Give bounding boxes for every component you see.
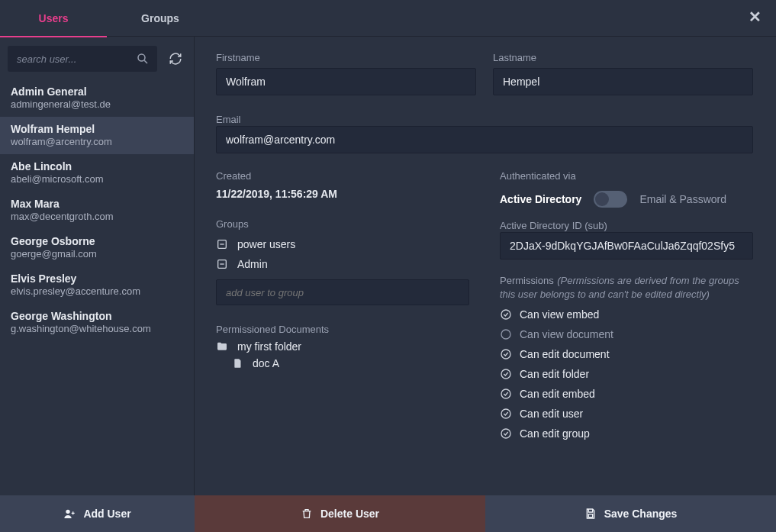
user-detail-panel: Firstname Lastname Email Created 11/22/2… (195, 37, 776, 495)
group-name: power users (237, 238, 295, 250)
permissions-label: Permissions (500, 275, 554, 286)
permission-label: Can view document (520, 328, 613, 340)
save-icon (584, 508, 597, 520)
circle-icon (500, 328, 512, 340)
add-user-icon (63, 508, 76, 520)
permission-item: Can edit document (500, 348, 753, 360)
auth-option-ad[interactable]: Active Directory (500, 193, 581, 205)
svg-line-1 (144, 60, 147, 63)
user-list-item[interactable]: Admin General admingeneral@test.de (0, 79, 194, 117)
tab-groups[interactable]: Groups (107, 0, 214, 37)
close-icon[interactable]: ✕ (745, 8, 764, 26)
user-name: Elvis Presley (11, 272, 183, 285)
user-email: elvis.presley@accenture.com (11, 285, 183, 297)
adid-label: Active Directory ID (sub) (500, 220, 607, 231)
svg-point-0 (138, 54, 145, 61)
user-name: George Osborne (11, 235, 183, 247)
user-email: wolfram@arcentry.com (11, 136, 183, 147)
search-icon (136, 52, 150, 66)
svg-rect-14 (588, 514, 592, 517)
permdoc-folder[interactable]: my first folder (216, 340, 469, 353)
user-name: Abe Lincoln (11, 160, 183, 172)
add-user-button[interactable]: Add User (0, 495, 195, 532)
user-list: Admin General admingeneral@test.de Wolfr… (0, 79, 194, 495)
svg-point-9 (501, 369, 510, 379)
user-list-item[interactable]: Wolfram Hempel wolfram@arcentry.com (0, 117, 194, 154)
svg-point-11 (501, 409, 510, 418)
permission-item: Can edit folder (500, 368, 753, 380)
folder-icon (216, 340, 228, 353)
permission-label: Can edit embed (520, 388, 595, 400)
check-circle-icon (500, 408, 512, 420)
user-list-item[interactable]: George Osborne goerge@gmail.com (0, 229, 194, 266)
check-circle-icon (500, 427, 512, 440)
delete-user-button[interactable]: Delete User (195, 495, 485, 532)
user-list-item[interactable]: Max Mara max@decentgroth.com (0, 192, 194, 229)
user-list-item[interactable]: Elvis Presley elvis.presley@accenture.co… (0, 266, 194, 304)
remove-icon (216, 258, 228, 270)
permission-item: Can view document (500, 328, 753, 340)
search-wrapper (8, 46, 157, 72)
group-entry[interactable]: power users (216, 238, 469, 250)
user-list-item[interactable]: Abe Lincoln abeli@microsoft.com (0, 154, 194, 192)
created-value: 11/22/2019, 11:56:29 AM (216, 188, 469, 200)
user-email: g.washington@whitehouse.com (11, 323, 183, 334)
permission-item: Can view embed (500, 308, 753, 321)
auth-toggle[interactable] (594, 191, 627, 208)
svg-point-12 (501, 429, 510, 438)
save-changes-button[interactable]: Save Changes (485, 495, 776, 532)
delete-user-label: Delete User (320, 508, 379, 520)
search-input[interactable] (8, 46, 157, 72)
user-list-item[interactable]: George Washington g.washington@whitehous… (0, 304, 194, 341)
user-name: Wolfram Hempel (11, 123, 183, 135)
footer-actions: Add User Delete User Save Changes (0, 495, 776, 532)
groups-label: Groups (216, 218, 249, 230)
permission-label: Can edit folder (520, 368, 589, 380)
check-circle-icon (500, 348, 512, 360)
file-icon (233, 358, 243, 369)
lastname-input[interactable] (493, 68, 753, 95)
svg-point-8 (501, 350, 510, 359)
tab-bar: Users Groups ✕ (0, 0, 776, 37)
svg-point-7 (501, 330, 510, 339)
user-name: George Washington (11, 310, 183, 322)
permission-label: Can view embed (520, 308, 599, 321)
save-changes-label: Save Changes (604, 508, 678, 520)
svg-point-10 (501, 389, 510, 398)
remove-icon (216, 238, 228, 250)
user-email: abeli@microsoft.com (11, 173, 183, 185)
tab-users[interactable]: Users (0, 0, 107, 37)
svg-point-6 (501, 310, 510, 319)
permission-label: Can edit group (520, 427, 590, 440)
permission-label: Can edit document (520, 348, 610, 360)
permdoc-file[interactable]: doc A (216, 357, 469, 369)
permdoc-file-name: doc A (253, 357, 279, 369)
permdoc-folder-name: my first folder (237, 340, 301, 353)
permission-item: Can edit user (500, 408, 753, 420)
group-name: Admin (237, 258, 268, 270)
user-email: max@decentgroth.com (11, 211, 183, 222)
add-user-label: Add User (83, 508, 130, 520)
trash-icon (301, 508, 313, 520)
lastname-label: Lastname (493, 52, 753, 63)
check-circle-icon (500, 368, 512, 380)
check-circle-icon (500, 308, 512, 321)
user-name: Max Mara (11, 198, 183, 210)
firstname-input[interactable] (216, 68, 476, 95)
permission-item: Can edit embed (500, 388, 753, 400)
firstname-label: Firstname (216, 52, 476, 63)
user-sidebar: Admin General admingeneral@test.de Wolfr… (0, 37, 195, 495)
permission-label: Can edit user (520, 408, 583, 420)
refresh-button[interactable] (165, 48, 186, 69)
auth-option-email[interactable]: Email & Password (639, 193, 726, 205)
add-group-input[interactable] (216, 279, 469, 305)
user-email: goerge@gmail.com (11, 248, 183, 260)
user-email: admingeneral@test.de (11, 98, 183, 110)
adid-input[interactable] (500, 232, 753, 260)
email-input[interactable] (216, 126, 753, 153)
permdocs-label: Permissioned Documents (216, 324, 329, 335)
user-name: Admin General (11, 85, 183, 98)
group-entry[interactable]: Admin (216, 258, 469, 270)
permission-item: Can edit group (500, 427, 753, 440)
check-circle-icon (500, 388, 512, 400)
